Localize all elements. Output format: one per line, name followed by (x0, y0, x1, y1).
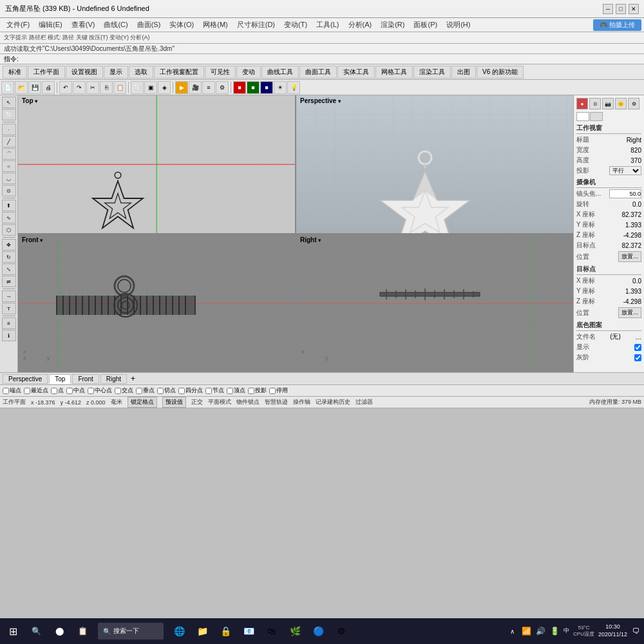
viewport-front[interactable]: Front ▾ (18, 234, 295, 372)
lt-ellipse[interactable]: ⊙ (2, 185, 16, 196)
taskbar-explorer[interactable]: 📁 (192, 621, 213, 641)
tool-env[interactable]: ■ (247, 81, 260, 94)
menu-render[interactable]: 渲染(R) (377, 19, 408, 31)
menu-file[interactable]: 文件(F) (3, 19, 33, 31)
taskbar-store[interactable]: 🛍 (261, 621, 282, 641)
bb-preset-btn[interactable]: 预设值 (162, 397, 186, 408)
rp-tab-1[interactable] (576, 112, 589, 121)
tab-standard[interactable]: 标准 (3, 66, 27, 79)
taskbar-search-input[interactable] (113, 628, 158, 635)
tool-save[interactable]: 💾 (28, 81, 41, 94)
tab-transform[interactable]: 变动 (236, 66, 261, 79)
rp-grayscale-checkbox[interactable] (634, 354, 641, 361)
tab-curve-tools[interactable]: 曲线工具 (261, 66, 299, 79)
lt-point[interactable]: · (2, 124, 16, 135)
close-btn[interactable]: ✕ (629, 4, 639, 14)
viewport-perspective[interactable]: Perspective ▾ (296, 95, 573, 233)
menu-surface[interactable]: 曲面(S) (133, 19, 165, 31)
tab-v6-new[interactable]: V6 的新功能 (477, 66, 524, 79)
bb-snap-btn[interactable]: 锁定格点 (128, 397, 157, 408)
view-tab-front[interactable]: Front (72, 374, 99, 384)
tool-new[interactable]: 📄 (1, 81, 14, 94)
cb-vertex-input[interactable] (227, 388, 233, 394)
lt-polyline[interactable]: ⌒ (2, 148, 16, 160)
cb-disable-input[interactable] (269, 388, 276, 394)
lt-window-select[interactable]: ⬜ (2, 109, 16, 120)
cb-endpoint-input[interactable] (3, 388, 9, 394)
taskbar-search[interactable]: 🔍 (26, 621, 46, 641)
cb-tan-input[interactable] (157, 388, 164, 394)
tool-texture[interactable]: ■ (260, 81, 273, 94)
rp-browse-icon[interactable]: … (635, 334, 641, 341)
taskbar-edge[interactable]: 🌐 (169, 621, 189, 641)
menu-edit[interactable]: 编辑(E) (35, 19, 66, 31)
taskbar-app2[interactable]: 🔵 (308, 621, 328, 641)
lt-layer[interactable]: ≡ (2, 317, 16, 329)
menu-tools[interactable]: 工具(L) (312, 19, 343, 31)
tool-deselect[interactable]: ▣ (144, 81, 157, 94)
lt-props2[interactable]: ℹ (2, 330, 16, 341)
rp-icon-1[interactable]: ● (576, 98, 588, 109)
upload-button[interactable]: 🎮 拍摄上传 (593, 19, 641, 31)
tab-solid-tools[interactable]: 实体工具 (337, 66, 375, 79)
lt-select[interactable]: ↖ (2, 97, 16, 108)
taskbar-volume[interactable]: 🔊 (535, 626, 545, 636)
menu-view[interactable]: 查看(V) (68, 19, 99, 31)
rp-focal-input[interactable] (609, 189, 641, 198)
taskbar-task-view[interactable]: ⬤ (49, 621, 70, 641)
menu-mesh[interactable]: 网格(M) (199, 19, 232, 31)
tab-workplane[interactable]: 工作平面 (28, 66, 65, 79)
tab-mesh-tools[interactable]: 网格工具 (375, 66, 413, 79)
menu-analysis[interactable]: 分析(A) (345, 19, 376, 31)
tool-invert[interactable]: ◈ (158, 81, 171, 94)
rp-icon-2[interactable]: ⊙ (589, 98, 601, 109)
menu-panel[interactable]: 面板(P) (410, 19, 441, 31)
view-tab-right[interactable]: Right (100, 374, 127, 384)
menu-solid[interactable]: 实体(O) (166, 19, 198, 31)
rp-icon-5[interactable]: ⚙ (628, 98, 639, 109)
cb-quad-input[interactable] (178, 388, 185, 394)
taskbar-battery[interactable]: 🔋 (549, 626, 560, 636)
rp-icon-3[interactable]: 📷 (602, 98, 614, 109)
lt-line[interactable]: ╱ (2, 136, 16, 147)
tool-select-all[interactable]: ⬜ (131, 81, 144, 94)
tab-visibility[interactable]: 可见性 (205, 66, 236, 79)
cb-intersect-input[interactable] (115, 388, 121, 394)
tool-paste[interactable]: 📋 (113, 81, 126, 94)
tool-copy[interactable]: ⎘ (100, 81, 113, 94)
lt-rotate[interactable]: ↻ (2, 251, 16, 263)
menu-transform[interactable]: 变动(T) (280, 19, 311, 31)
tool-props[interactable]: ⚙ (216, 81, 229, 94)
tool-render[interactable]: ▶ (175, 81, 188, 94)
maximize-btn[interactable]: □ (616, 4, 626, 14)
taskbar-network[interactable]: 📶 (521, 626, 531, 636)
tab-setview[interactable]: 设置视图 (66, 66, 103, 79)
cb-point-input[interactable] (51, 388, 57, 394)
lt-dim[interactable]: ↔ (2, 290, 16, 302)
taskbar-start[interactable]: ⊞ (3, 621, 23, 641)
menu-curve[interactable]: 曲线(C) (100, 19, 131, 31)
tool-layer[interactable]: ≡ (202, 81, 215, 94)
rp-tab-2[interactable] (590, 112, 603, 121)
rp-icon-4[interactable]: 🌞 (615, 98, 627, 109)
lt-mirror[interactable]: ⇌ (2, 276, 16, 287)
lt-move[interactable]: ✥ (2, 239, 16, 251)
rp-place-btn-2[interactable]: 放置... (618, 307, 641, 318)
viewport-top[interactable]: Top ▾ (18, 95, 295, 233)
taskbar-arrow-up[interactable]: ∧ (507, 626, 517, 636)
taskbar-action-center[interactable]: 🗨 (631, 626, 641, 636)
view-tab-add[interactable]: + (128, 374, 138, 383)
rp-place-btn[interactable]: 放置... (618, 251, 641, 262)
rp-display-checkbox[interactable] (634, 344, 641, 351)
tool-light[interactable]: 💡 (287, 81, 300, 94)
tool-material[interactable]: ■ (233, 81, 246, 94)
menu-dim[interactable]: 尺寸标注(D) (233, 19, 279, 31)
view-tab-perspective[interactable]: Perspective (3, 374, 48, 384)
cb-project-input[interactable] (248, 388, 254, 394)
viewport-right[interactable]: Right ▾ (296, 234, 573, 372)
tool-print[interactable]: 🖨 (42, 81, 55, 94)
menu-help[interactable]: 说明(H) (442, 19, 474, 31)
tool-open[interactable]: 📂 (15, 81, 28, 94)
taskbar-shield[interactable]: 🔒 (215, 621, 236, 641)
cb-perp-input[interactable] (136, 388, 142, 394)
